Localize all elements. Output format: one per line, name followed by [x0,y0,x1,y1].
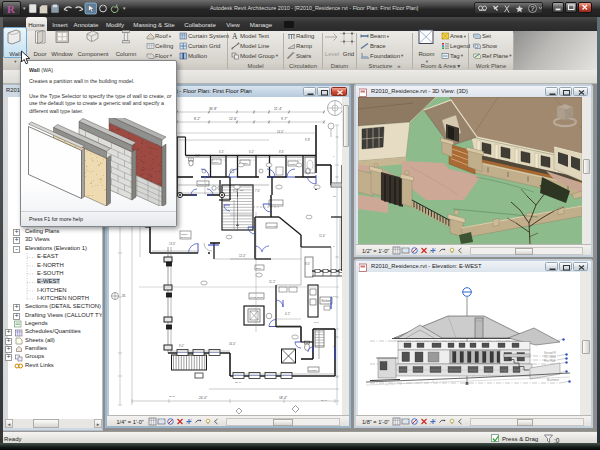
svg-text:24’-0": 24’-0" [199,396,207,400]
svg-text:6'-4": 6'-4" [219,150,224,154]
svg-text:4’-1": 4’-1" [285,312,290,316]
svg-text:31: 31 [122,294,126,298]
svg-text:?: ? [531,5,535,12]
svg-text:Toilet: Toilet [213,161,219,163]
svg-text:Powder: Powder [309,369,317,372]
svg-text:Kitchen: Kitchen [322,299,331,303]
svg-text:14': 14' [333,295,336,297]
svg-text:Bedroom: Bedroom [181,236,190,238]
svg-text:9'-0": 9'-0" [179,344,184,348]
svg-text:36’-8": 36’-8" [209,107,217,111]
svg-text:16’-0": 16’-0" [229,342,236,346]
svg-text:8’-2": 8’-2" [194,117,200,121]
svg-text:UP: UP [240,189,244,192]
svg-text:11'-6": 11'-6" [319,234,325,238]
svg-text:17R: 17R [225,194,229,196]
svg-text:9’-8": 9’-8" [305,138,310,142]
svg-text:Great Room: Great Room [250,296,263,299]
svg-text:12': 12' [333,195,336,197]
svg-text:14’-0": 14’-0" [277,130,284,134]
svg-text:13'-6": 13'-6" [169,242,176,246]
svg-text:7'-0": 7'-0" [255,189,260,193]
svg-text:Curio Case: Curio Case [267,225,278,227]
svg-text:T.O. Wind: T.O. Wind [544,355,556,359]
svg-text:8': 8' [333,245,335,247]
svg-text:10': 10' [333,345,336,347]
svg-text:Basement: Basement [547,378,559,382]
svg-text:36'-1": 36'-1" [321,399,327,402]
svg-text:9': 9' [333,155,335,157]
svg-text:3’-0": 3’-0" [314,321,319,324]
svg-text:Entry: Entry [256,267,262,269]
svg-text:Master: Master [181,233,188,235]
svg-text:Closet: Closet [289,163,296,165]
svg-text:Second Fl: Second Fl [544,351,556,355]
svg-text:A: A [232,32,238,40]
svg-text:First Floor: First Floor [544,359,556,363]
svg-text:6'-4": 6'-4" [249,150,254,154]
svg-text:8'-6": 8'-6" [279,150,284,154]
svg-text:Master Bath: Master Bath [198,183,210,185]
svg-text:31'-0": 31'-0" [235,381,241,384]
svg-text:12’-6": 12’-6" [229,117,237,121]
svg-text:12'-2": 12'-2" [169,395,175,398]
svg-text:18’-4": 18’-4" [279,396,287,400]
svg-text:8'-0": 8'-0" [305,262,310,266]
svg-text:Dining Room: Dining Room [270,203,283,205]
svg-text:12’-4": 12’-4" [239,254,246,258]
svg-text:9’-7": 9’-7" [281,117,287,121]
svg-text:21’-4": 21’-4" [274,107,282,111]
svg-text:11’-2": 11’-2" [269,280,276,284]
